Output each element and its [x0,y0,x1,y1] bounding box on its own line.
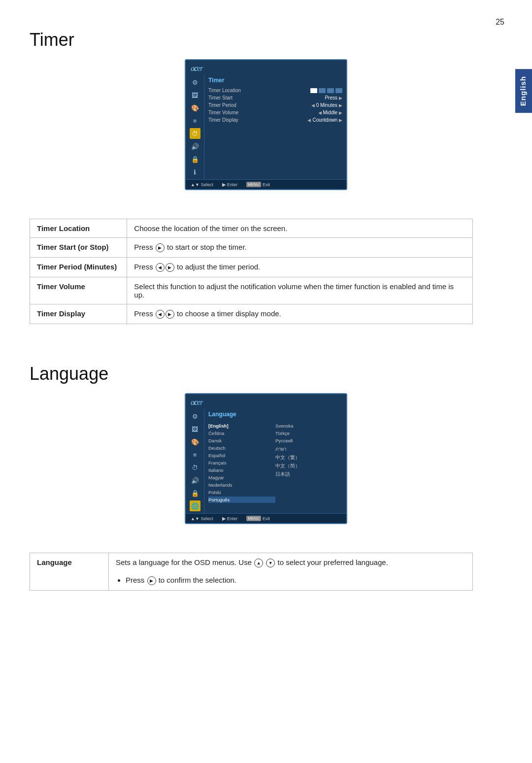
acer-logo: acer [191,64,202,73]
language-section-title: Language [30,364,532,384]
desc-timer-display: Press ◀▶ to choose a timer display mode. [127,304,473,324]
osd-lang-icon-color: 🎨 [190,436,200,447]
term-timer-location: Timer Location [30,219,127,238]
lang-item-english: [English] [208,423,275,429]
lang-item-russian: Русский [275,437,342,444]
osd-icon-image: 🖼 [190,90,200,100]
osd-lang-footer: ▲▼ Select ▶ Enter MENU Exit [186,513,346,523]
lang-item-thai: ภาษา [275,445,342,453]
osd-footer: ▲▼ Select ▶ Enter MENU Exit [186,179,346,189]
osd-icon-timer: ⏱ [190,128,200,139]
osd-row-volume: Timer Volume ◀ Middle ▶ [208,109,342,116]
table-row: Language Sets a language for the OSD men… [30,553,473,591]
lang-item-turkce: Türkçe [275,430,342,436]
osd-lang-icon-audio: ≡ [190,449,200,460]
down-arrow-icon: ▼ [266,559,275,567]
lang-item-zh-trad: 中文（繁） [275,454,342,462]
table-row: Timer Display Press ◀▶ to choose a timer… [30,304,473,324]
language-list: [English] Čeština Dansk Deutsch Español … [208,421,342,505]
desc-language: Sets a language for the OSD menus. Use ▲… [109,553,473,591]
osd-main-panel: Timer Timer Location Timer Start Press ▶ [204,75,346,179]
osd-lang-sidebar: ⚙ 🖼 🎨 ≡ ⏱ 🔊 🔒 🌐 [186,409,204,513]
osd-section-label: Timer [208,77,342,84]
osd-icon-info: ℹ [190,166,200,177]
acer-logo-lang: acer [191,398,202,407]
right-arrow-confirm-icon: ▶ [147,576,156,585]
lang-item-portugues: Português [208,497,275,503]
term-timer-period: Timer Period (Minutes) [30,258,127,277]
osd-lang-icon-lang: 🌐 [190,500,200,511]
term-timer-start: Timer Start (or Stop) [30,238,127,258]
osd-lang-icon-image: 🖼 [190,424,200,434]
osd-row-period: Timer Period ◀ 0 Minutes ▶ [208,101,342,109]
osd-lang-icon-display: ⚙ [190,411,200,422]
lang-item-magyar: Magyar [208,474,275,481]
osd-icon-display: ⚙ [190,77,200,88]
lang-item-deutsch: Deutsch [208,445,275,451]
lang-item-dansk: Dansk [208,437,275,444]
osd-lang-section-label: Language [208,411,342,418]
osd-row-start: Timer Start Press ▶ [208,94,342,101]
osd-lang-main: Language [English] Čeština Dansk Deutsch… [204,409,346,513]
table-row: Timer Start (or Stop) Press ▶ to start o… [30,238,473,258]
lang-item-zh-simp: 中文（简） [275,463,342,470]
table-row: Timer Volume Select this function to adj… [30,277,473,304]
lang-item-cestina: Čeština [208,430,275,436]
language-info-table: Language Sets a language for the OSD men… [30,553,473,591]
osd-row-location: Timer Location [208,87,342,94]
timer-info-table: Timer Location Choose the location of th… [30,219,473,324]
timer-section-title: Timer [30,30,532,50]
osd-icon-volume: 🔊 [190,141,200,152]
lang-item-italiano: Italiano [208,467,275,473]
lang-item-nederlands: Nederlands [208,482,275,488]
term-timer-volume: Timer Volume [30,277,127,304]
lang-item-francais: Français [208,460,275,466]
desc-timer-volume: Select this function to adjust the notif… [127,277,473,304]
osd-icon-lock: 🔒 [190,154,200,165]
osd-row-display: Timer Display ◀ Countdown ▶ [208,116,342,124]
page-number: 25 [496,18,504,27]
right-arrow-icon: ▶ [166,263,174,272]
lang-col-2: Svenska Türkçe Русский ภาษา 中文（繁） 中文（简） … [275,423,342,503]
desc-timer-location: Choose the location of the timer on the … [127,219,473,238]
right-arrow-icon: ▶ [166,310,174,319]
right-arrow-icon: ▶ [156,243,165,252]
table-row: Timer Location Choose the location of th… [30,219,473,238]
language-osd-mockup: acer ⚙ 🖼 🎨 ≡ ⏱ 🔊 🔒 🌐 Language [English] … [185,393,347,524]
osd-icon-color: 🎨 [190,102,200,113]
desc-timer-period: Press ◀▶ to adjust the timer period. [127,258,473,277]
table-row: Timer Period (Minutes) Press ◀▶ to adjus… [30,258,473,277]
lang-item-polski: Polski [208,489,275,496]
language-tab: English [515,69,532,113]
term-language: Language [30,553,109,591]
desc-timer-start: Press ▶ to start or stop the timer. [127,238,473,258]
osd-lang-icon-volume: 🔊 [190,475,200,486]
left-arrow-icon: ◀ [156,310,165,319]
term-timer-display: Timer Display [30,304,127,324]
osd-lang-icon-timer: ⏱ [190,462,200,473]
lang-item-japanese: 日本語 [275,471,342,478]
osd-lang-icon-lock: 🔒 [190,488,200,498]
lang-item-espanol: Español [208,452,275,459]
up-arrow-icon: ▲ [254,559,263,567]
lang-bullet: Press ▶ to confirm the selection. [126,576,466,585]
lang-col-1: [English] Čeština Dansk Deutsch Español … [208,423,275,503]
osd-icon-audio: ≡ [190,115,200,126]
left-arrow-icon: ◀ [156,263,165,272]
osd-sidebar: ⚙ 🖼 🎨 ≡ ⏱ 🔊 🔒 ℹ [186,75,204,179]
timer-osd-mockup: acer ⚙ 🖼 🎨 ≡ ⏱ 🔊 🔒 ℹ Timer Timer Locatio… [185,59,347,190]
lang-item-svenska: Svenska [275,423,342,429]
